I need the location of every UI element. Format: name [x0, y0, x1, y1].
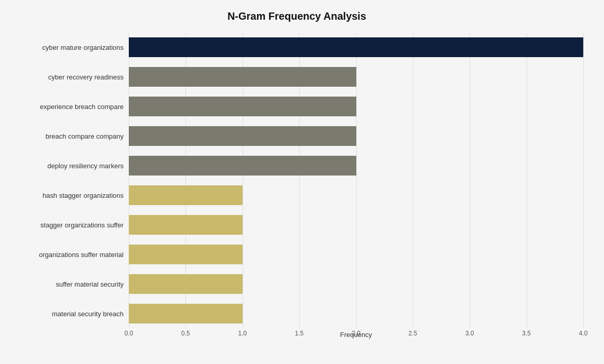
chart-container: N-Gram Frequency Analysis cyber mature o…	[0, 0, 604, 364]
y-axis-labels: cyber mature organizationscyber recovery…	[10, 33, 129, 329]
bar-label: deploy resiliency markers	[10, 156, 129, 176]
bar-label: breach compare company	[10, 126, 129, 146]
bar-fill	[129, 37, 583, 57]
bar-label: cyber recovery readiness	[10, 67, 129, 87]
bar-fill	[129, 97, 356, 116]
bar-fill	[129, 67, 356, 87]
bar-label: experience breach compare	[10, 97, 129, 116]
bar-label: hash stagger organizations	[10, 185, 129, 205]
grid-line	[583, 33, 584, 329]
bar-label: material security breach	[10, 304, 129, 323]
chart-title: N-Gram Frequency Analysis	[10, 10, 583, 22]
grid-line	[469, 33, 470, 329]
x-tick: 1.0	[238, 330, 247, 337]
x-tick: 3.5	[522, 330, 531, 337]
bar-fill	[129, 274, 243, 294]
bar-label: cyber mature organizations	[10, 37, 129, 57]
bar-fill	[129, 215, 243, 235]
bar-fill	[129, 245, 243, 264]
grid-line	[356, 33, 357, 329]
x-tick: 4.0	[579, 330, 588, 337]
x-tick: 1.5	[295, 330, 304, 337]
bar-fill	[129, 185, 243, 205]
bar-fill	[129, 126, 356, 146]
x-tick: 0.5	[181, 330, 190, 337]
bar-label: suffer material security	[10, 274, 129, 294]
x-tick: 0.0	[125, 330, 133, 337]
bar-fill	[129, 156, 356, 176]
x-tick: 2.5	[409, 330, 418, 337]
grid-line	[413, 33, 413, 329]
plot-area	[129, 33, 583, 329]
bar-label: stagger organizations suffer	[10, 215, 129, 235]
grid-line	[527, 33, 527, 329]
x-tick: 3.0	[465, 330, 474, 337]
x-tick: 2.0	[352, 330, 360, 337]
bar-fill	[129, 304, 243, 323]
bar-label: organizations suffer material	[10, 245, 129, 264]
